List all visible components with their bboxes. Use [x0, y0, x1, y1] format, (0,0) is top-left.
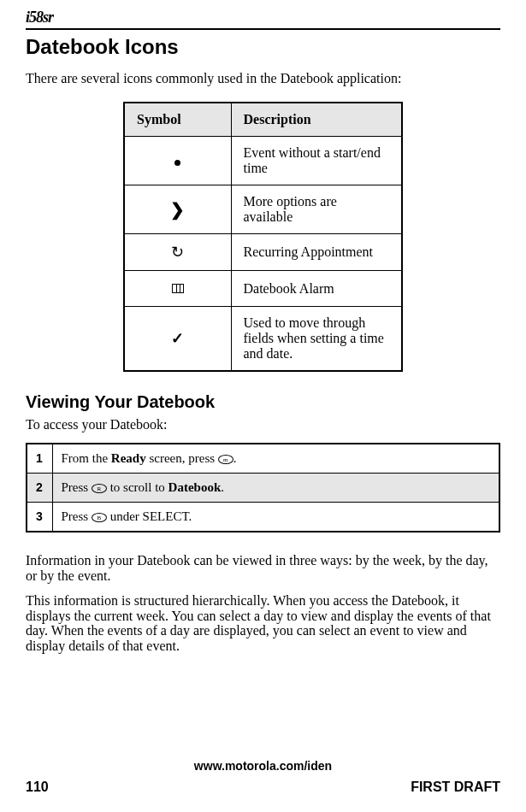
step-number: 1	[27, 444, 52, 474]
step-text: Press B under SELECT.	[52, 503, 499, 533]
checkmark-icon: ✓	[171, 329, 184, 348]
section-title-datebook-icons: Datebook Icons	[26, 35, 500, 59]
desc-cell: Event without a start/end time	[231, 137, 402, 185]
symbol-cell	[124, 137, 231, 185]
step-text: Press R to scroll to Datebook.	[52, 474, 499, 503]
intro-text: There are several icons commonly used in…	[26, 71, 500, 86]
desc-cell: Datebook Alarm	[231, 271, 402, 307]
section-title-viewing: Viewing Your Datebook	[26, 392, 500, 412]
step-number: 2	[27, 474, 52, 503]
step-row: 3 Press B under SELECT.	[27, 503, 499, 533]
symbol-cell	[124, 271, 231, 307]
body-paragraph-1: Information in your Datebook can be view…	[26, 553, 500, 583]
steps-table: 1 From the Ready screen, press m. 2 Pres…	[26, 443, 500, 533]
dot-icon	[174, 160, 180, 166]
model-text: i58sr	[26, 9, 53, 26]
page-number: 110	[26, 780, 49, 795]
step-number: 3	[27, 503, 52, 533]
table-row: ↻ Recurring Appointment	[124, 234, 402, 271]
desc-cell: More options are available	[231, 185, 402, 234]
model-label: i58sr	[26, 9, 500, 26]
footer-row: 110 FIRST DRAFT	[26, 780, 500, 795]
lead-text: To access your Datebook:	[26, 417, 500, 432]
step-row: 1 From the Ready screen, press m.	[27, 444, 499, 474]
body-paragraph-2: This information is structured hierarchi…	[26, 593, 500, 653]
desc-cell: Recurring Appointment	[231, 234, 402, 271]
symbol-cell: ❯	[124, 185, 231, 234]
table-row: Event without a start/end time	[124, 137, 402, 185]
draft-label: FIRST DRAFT	[411, 780, 500, 795]
header-divider	[26, 28, 500, 30]
step-row: 2 Press R to scroll to Datebook.	[27, 474, 499, 503]
table-row: ❯ More options are available	[124, 185, 402, 234]
table-header-row: Symbol Description	[124, 103, 402, 137]
chevron-right-icon: ❯	[170, 199, 185, 220]
symbol-table: Symbol Description Event without a start…	[123, 102, 403, 372]
footer-url: www.motorola.com/iden	[26, 759, 500, 773]
key-b-icon: B	[92, 513, 107, 522]
table-row: Datebook Alarm	[124, 271, 402, 307]
desc-cell: Used to move through fields when setting…	[231, 307, 402, 372]
recurring-icon: ↻	[171, 243, 184, 262]
step-text: From the Ready screen, press m.	[52, 444, 499, 474]
symbol-cell: ↻	[124, 234, 231, 271]
page-footer: www.motorola.com/iden 110 FIRST DRAFT	[26, 759, 500, 795]
symbol-cell: ✓	[124, 307, 231, 372]
alarm-icon	[172, 284, 184, 293]
table-row: ✓ Used to move through fields when setti…	[124, 307, 402, 372]
key-r-icon: R	[92, 484, 107, 493]
header-description: Description	[231, 103, 402, 137]
key-m-icon: m	[218, 455, 233, 464]
header-symbol: Symbol	[124, 103, 231, 137]
